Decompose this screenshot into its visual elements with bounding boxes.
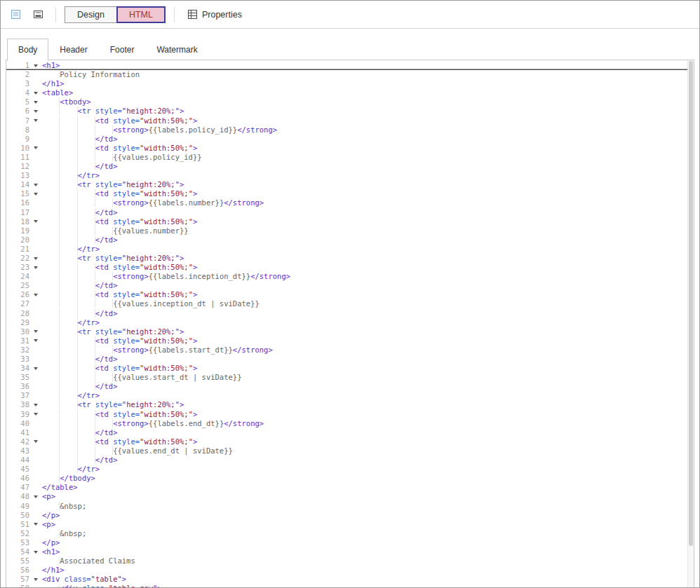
- code-line[interactable]: 28 </td>: [6, 309, 694, 318]
- code-line[interactable]: 41 </td>: [6, 428, 694, 437]
- code-line[interactable]: 43 {{values.end_dt | sviDate}}: [6, 446, 694, 456]
- code-line[interactable]: 46 </tbody>: [6, 474, 694, 483]
- code-line[interactable]: 51<p>: [6, 520, 694, 529]
- code-text: </td>: [40, 281, 117, 290]
- code-line[interactable]: 11 {{values.policy_id}}: [6, 153, 694, 162]
- fold-toggle-icon[interactable]: [31, 364, 40, 373]
- fold-toggle-icon[interactable]: [31, 107, 40, 116]
- fold-toggle-icon[interactable]: [31, 410, 40, 419]
- line-gutter: 52: [6, 529, 40, 538]
- code-line[interactable]: 47</table>: [6, 483, 694, 492]
- code-line[interactable]: 17 </td>: [6, 208, 694, 217]
- code-line[interactable]: 15 <td style="width:50%;">: [6, 189, 694, 198]
- page-layout-icon[interactable]: [29, 6, 47, 24]
- fold-toggle-icon[interactable]: [31, 547, 40, 556]
- code-line[interactable]: 8 <strong>{{labels.policy_id}}</strong>: [6, 125, 694, 135]
- fold-toggle-icon[interactable]: [31, 254, 40, 263]
- code-line[interactable]: 34 <td style="width:50%;">: [6, 364, 694, 373]
- code-line[interactable]: 10 <td style="width:50%;">: [6, 144, 694, 153]
- fold-toggle-icon[interactable]: [31, 520, 40, 529]
- fold-toggle-icon[interactable]: [31, 144, 40, 153]
- fold-toggle-icon[interactable]: [31, 336, 40, 346]
- vertical-scrollbar[interactable]: [687, 60, 694, 587]
- code-line[interactable]: 33 </td>: [6, 355, 694, 364]
- fold-toggle-icon[interactable]: [31, 97, 40, 107]
- code-line[interactable]: 32 <strong>{{labels.start_dt}}</strong>: [6, 346, 694, 355]
- code-text: </td>: [40, 309, 117, 318]
- code-line[interactable]: 58 <div class="table-row">: [6, 584, 694, 587]
- code-line[interactable]: 48<p>: [6, 492, 694, 501]
- fold-toggle-icon[interactable]: [31, 584, 40, 587]
- code-line[interactable]: 22 <tr style="height:20%;">: [6, 254, 694, 263]
- code-line[interactable]: 53</p>: [6, 538, 694, 547]
- line-gutter: 26: [6, 290, 40, 299]
- code-line[interactable]: 38 <tr style="height:20%;">: [6, 400, 694, 409]
- code-line[interactable]: 42 <td style="width:50%;">: [6, 437, 694, 446]
- code-line[interactable]: 6 <tr style="height:20%;">: [6, 107, 694, 116]
- code-line[interactable]: 4<table>: [6, 88, 694, 97]
- code-line[interactable]: 19 {{values.number}}: [6, 226, 694, 235]
- properties-button[interactable]: Properties: [183, 6, 246, 22]
- tab-body[interactable]: Body: [7, 39, 48, 61]
- code-line[interactable]: 14 <tr style="height:20%;">: [6, 180, 694, 189]
- code-line[interactable]: 9 </td>: [6, 135, 694, 144]
- code-line[interactable]: 26 <td style="width:50%;">: [6, 290, 694, 299]
- code-text: Associated Claims: [40, 556, 135, 566]
- code-line[interactable]: 24 <strong>{{labels.inception_dt}}</stro…: [6, 272, 694, 281]
- design-mode-button[interactable]: Design: [65, 6, 117, 23]
- code-line[interactable]: 25 </td>: [6, 281, 694, 290]
- fold-toggle-icon[interactable]: [31, 492, 40, 501]
- tab-footer[interactable]: Footer: [99, 39, 146, 60]
- tab-header[interactable]: Header: [48, 39, 98, 60]
- code-line[interactable]: 13 </tr>: [6, 171, 694, 180]
- code-line[interactable]: 57<div class="table">: [6, 575, 694, 584]
- code-line[interactable]: 21 </tr>: [6, 245, 694, 254]
- code-line[interactable]: 12 </td>: [6, 162, 694, 171]
- code-line[interactable]: 39 <td style="width:50%;">: [6, 410, 694, 419]
- code-line[interactable]: 50</p>: [6, 511, 694, 520]
- code-line[interactable]: 40 <strong>{{labels.end_dt}}</strong>: [6, 419, 694, 428]
- html-mode-button[interactable]: HTML: [116, 6, 166, 23]
- code-line[interactable]: 45 </tr>: [6, 465, 694, 474]
- code-line[interactable]: 30 <tr style="height:20%;">: [6, 327, 694, 336]
- code-line[interactable]: 54<h1>: [6, 547, 694, 556]
- fold-toggle-icon[interactable]: [31, 400, 40, 409]
- code-line[interactable]: 55 Associated Claims: [6, 556, 694, 566]
- code-line[interactable]: 18 <td style="width:50%;">: [6, 217, 694, 226]
- html-source-editor[interactable]: 1<h1>2 Policy Information3</h1>4<table>5…: [6, 60, 694, 587]
- code-line[interactable]: 23 <td style="width:50%;">: [6, 263, 694, 272]
- fold-toggle-icon[interactable]: [31, 327, 40, 336]
- tab-watermark[interactable]: Watermark: [145, 39, 208, 60]
- code-line[interactable]: 35 {{values.start_dt | sviDate}}: [6, 373, 694, 382]
- code-line[interactable]: 49 &nbsp;: [6, 502, 694, 511]
- fold-toggle-icon[interactable]: [31, 263, 40, 272]
- code-line[interactable]: 3</h1>: [6, 79, 694, 88]
- code-line[interactable]: 29 </tr>: [6, 318, 694, 327]
- code-line[interactable]: 37 </tr>: [6, 391, 694, 400]
- code-line[interactable]: 7 <td style="width:50%;">: [6, 116, 694, 125]
- fold-toggle-icon[interactable]: [31, 189, 40, 198]
- code-line[interactable]: 5 <tbody>: [6, 97, 694, 107]
- code-line[interactable]: 52 &nbsp;: [6, 529, 694, 538]
- code-text: <td style="width:50%;">: [40, 217, 197, 226]
- code-line[interactable]: 16 <strong>{{labels.number}}</strong>: [6, 198, 694, 207]
- code-line[interactable]: 27 {{values.inception_dt | sviDate}}: [6, 299, 694, 308]
- code-line[interactable]: 44 </td>: [6, 456, 694, 465]
- code-line[interactable]: 20 </td>: [6, 235, 694, 245]
- fold-toggle-icon[interactable]: [31, 61, 40, 70]
- fold-toggle-icon[interactable]: [31, 88, 40, 97]
- preview-icon[interactable]: [6, 6, 25, 24]
- fold-toggle-icon[interactable]: [31, 437, 40, 446]
- code-line[interactable]: 2 Policy Information: [6, 70, 694, 79]
- scrollbar-thumb[interactable]: [689, 61, 693, 546]
- code-line[interactable]: 31 <td style="width:50%;">: [6, 336, 694, 346]
- code-line[interactable]: 36 </td>: [6, 382, 694, 391]
- fold-toggle-icon[interactable]: [31, 575, 40, 584]
- code-line[interactable]: 1<h1>: [6, 61, 694, 70]
- code-line[interactable]: 56</h1>: [6, 566, 694, 575]
- fold-toggle-icon[interactable]: [31, 217, 40, 226]
- fold-toggle-icon[interactable]: [31, 290, 40, 299]
- fold-toggle-icon[interactable]: [31, 116, 40, 125]
- template-editor-window: { "toolbar": { "design_label": "Design",…: [0, 0, 700, 588]
- fold-toggle-icon[interactable]: [31, 180, 40, 189]
